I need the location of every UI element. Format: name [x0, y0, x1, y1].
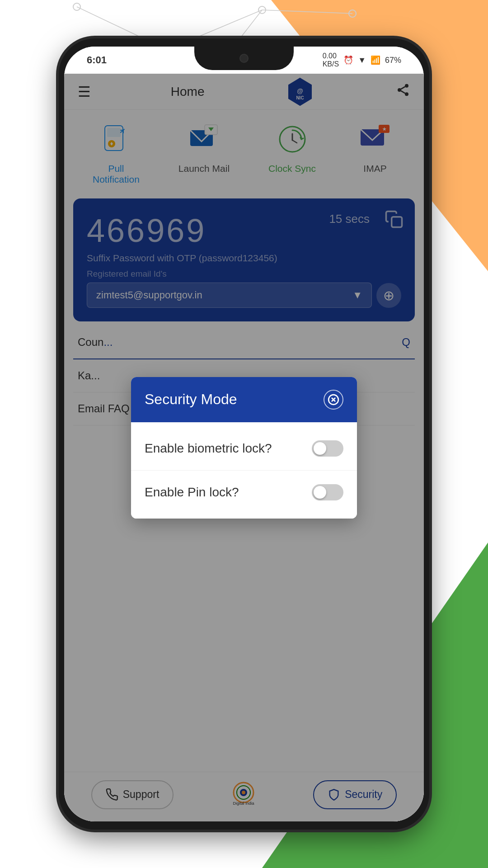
pin-toggle[interactable]: [312, 484, 343, 500]
biometric-row: Enable biometric lock?: [131, 427, 357, 471]
modal-title: Security Mode: [145, 391, 237, 408]
biometric-label: Enable biometric lock?: [145, 441, 272, 456]
app-content: ☰ Home @ NIC: [64, 74, 424, 821]
modal-header: Security Mode: [131, 377, 357, 422]
signal-icon: 📶: [371, 55, 380, 65]
camera: [239, 54, 249, 63]
phone-screen: 6:01 0.00KB/S ⏰ ▼ 📶 67% ☰ Home @: [64, 47, 424, 821]
pin-label: Enable Pin lock?: [145, 485, 239, 500]
data-speed-icon: 0.00KB/S: [323, 52, 339, 68]
status-icons: 0.00KB/S ⏰ ▼ 📶 67%: [323, 52, 401, 68]
modal-body: Enable biometric lock? Enable Pin lock?: [131, 422, 357, 519]
modal-close-button[interactable]: [324, 390, 343, 410]
phone-frame: 6:01 0.00KB/S ⏰ ▼ 📶 67% ☰ Home @: [59, 38, 429, 830]
status-time: 6:01: [87, 54, 107, 66]
modal-overlay[interactable]: Security Mode Enable: [64, 74, 424, 821]
battery-text: 67%: [385, 56, 401, 65]
pin-toggle-knob: [314, 486, 326, 499]
biometric-toggle-knob: [314, 442, 326, 455]
pin-lock-row: Enable Pin lock?: [131, 471, 357, 514]
security-modal: Security Mode Enable: [131, 377, 357, 519]
alarm-icon: ⏰: [343, 55, 353, 65]
notch: [194, 47, 294, 70]
biometric-toggle[interactable]: [312, 440, 343, 457]
wifi-icon: ▼: [358, 56, 366, 65]
